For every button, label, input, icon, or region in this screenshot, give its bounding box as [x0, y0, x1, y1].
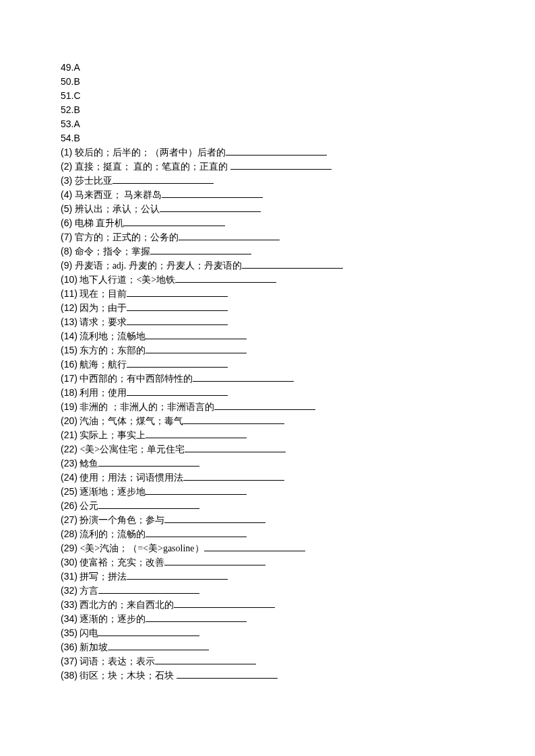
fill-blank — [150, 245, 251, 254]
vocab-text: 因为；由于 — [77, 303, 127, 313]
fill-blank — [242, 259, 343, 269]
vocab-text: <美>汽油；（=<美>gasoline） — [77, 543, 204, 553]
fill-blank — [214, 401, 315, 410]
vocab-text: 利用；使用 — [77, 388, 127, 398]
vocab-text: 汽油；气体；煤气；毒气 — [77, 416, 184, 426]
vocab-text: 官方的；正式的；公务的 — [72, 232, 179, 242]
vocab-number: (23) — [61, 458, 77, 469]
fill-blank — [146, 613, 247, 622]
vocab-text: 实际上；事实上 — [77, 430, 146, 440]
vocab-number: (33) — [61, 599, 77, 610]
vocab-number: (5) — [61, 203, 72, 214]
vocab-number: (8) — [61, 246, 72, 256]
vocab-text: 街区；块；木块；石块 — [77, 671, 177, 681]
vocab-text: 莎士比亚 — [72, 176, 113, 186]
vocab-item: (22) <美>公寓住宅；单元住宅 — [61, 442, 535, 456]
vocab-item: (36) 新加坡 — [61, 640, 535, 654]
vocab-text: 直接；挺直； 直的；笔直的；正直的 — [72, 162, 230, 172]
vocab-item: (17) 中西部的；有中西部特性的 — [61, 372, 535, 386]
vocab-item: (37) 词语；表达；表示 — [61, 654, 535, 668]
vocab-item: (27) 扮演一个角色；参与 — [61, 513, 535, 527]
vocab-number: (18) — [61, 387, 77, 398]
vocab-number: (3) — [61, 175, 72, 186]
fill-blank — [146, 330, 247, 339]
vocab-text: 较后的；后半的；（两者中）后者的 — [72, 147, 226, 158]
vocab-text: 丹麦语；adj. 丹麦的；丹麦人；丹麦语的 — [72, 261, 242, 271]
fill-blank — [127, 358, 228, 368]
vocab-text: 鲶鱼 — [77, 458, 99, 469]
vocab-item: (26) 公元 — [61, 499, 535, 513]
vocab-item: (7) 官方的；正式的；公务的 — [61, 230, 535, 244]
vocab-item: (11) 现在；目前 — [61, 287, 535, 301]
fill-blank — [146, 528, 247, 537]
answer-line: 50.B — [61, 75, 535, 89]
answer-line: 52.B — [61, 103, 535, 117]
vocab-item: (13) 请求；要求 — [61, 315, 535, 329]
vocab-text: 马来西亚； 马来群岛 — [72, 190, 162, 200]
vocab-number: (27) — [61, 514, 77, 525]
vocab-number: (7) — [61, 232, 72, 242]
vocab-text: 现在；目前 — [77, 289, 127, 299]
vocab-item: (10) 地下人行道；<美>地铁 — [61, 273, 535, 287]
answer-line: 53.A — [61, 117, 535, 131]
vocab-text: 流利地；流畅地 — [77, 331, 146, 341]
fill-blank — [108, 641, 209, 650]
vocab-text: 辨认出；承认；公认 — [72, 204, 160, 214]
vocab-text: 逐渐的；逐步的 — [77, 614, 146, 624]
fill-blank — [183, 415, 284, 424]
vocab-number: (11) — [61, 288, 77, 299]
vocab-text: 方言 — [77, 586, 99, 596]
fill-blank — [164, 556, 265, 565]
vocab-item: (1) 较后的；后半的；（两者中）后者的 — [61, 145, 535, 160]
vocab-text: <美>公寓住宅；单元住宅 — [77, 444, 185, 454]
fill-blank — [98, 500, 199, 509]
vocab-text: 电梯 直升机 — [72, 218, 124, 228]
vocab-number: (30) — [61, 557, 77, 568]
vocab-text: 地下人行道；<美>地铁 — [77, 275, 175, 285]
vocab-number: (20) — [61, 415, 77, 426]
vocab-text: 非洲的 ；非洲人的；非洲语言的 — [77, 402, 214, 412]
fill-blank — [155, 655, 256, 664]
vocab-number: (22) — [61, 444, 77, 454]
vocab-text: 使富裕；充实；改善 — [77, 557, 165, 568]
vocab-text: 拼写；拼法 — [77, 572, 127, 582]
fill-blank — [127, 302, 228, 311]
fill-blank — [98, 584, 199, 594]
vocab-text: 请求；要求 — [77, 317, 127, 327]
vocab-item: (12) 因为；由于 — [61, 301, 535, 315]
fill-blank — [146, 485, 247, 495]
vocab-item: (8) 命令；指令；掌握 — [61, 244, 535, 259]
vocab-number: (24) — [61, 472, 77, 483]
vocab-number: (25) — [61, 486, 77, 497]
vocab-text: 扮演一个角色；参与 — [77, 515, 165, 525]
vocab-number: (32) — [61, 585, 77, 596]
vocab-item: (5) 辨认出；承认；公认 — [61, 202, 535, 216]
vocab-number: (17) — [61, 373, 77, 384]
vocab-item: (32) 方言 — [61, 584, 535, 598]
fill-blank — [98, 457, 199, 467]
vocab-text: 公元 — [77, 501, 99, 511]
vocab-item: (23) 鲶鱼 — [61, 456, 535, 471]
vocab-text: 航海；航行 — [77, 359, 127, 370]
vocab-item: (2) 直接；挺直； 直的；笔直的；正直的 — [61, 160, 535, 174]
fill-blank — [177, 669, 278, 679]
vocab-item: (25) 逐渐地；逐步地 — [61, 485, 535, 499]
vocab-number: (15) — [61, 345, 77, 355]
vocab-item: (33) 西北方的；来自西北的 — [61, 598, 535, 612]
vocab-item: (9) 丹麦语；adj. 丹麦的；丹麦人；丹麦语的 — [61, 259, 535, 273]
vocab-item: (30) 使富裕；充实；改善 — [61, 555, 535, 570]
fill-blank — [127, 287, 228, 297]
vocab-number: (2) — [61, 161, 72, 172]
vocab-number: (12) — [61, 302, 77, 313]
fill-blank — [226, 146, 327, 156]
vocab-number: (4) — [61, 189, 72, 200]
fill-blank — [146, 344, 247, 353]
fill-blank — [193, 372, 294, 382]
fill-blank — [230, 160, 332, 170]
vocab-number: (36) — [61, 642, 77, 652]
vocab-item: (6) 电梯 直升机 — [61, 216, 535, 230]
vocab-item: (35) 闪电 — [61, 626, 535, 640]
vocab-text: 使用；用法；词语惯用法 — [77, 473, 184, 483]
fill-blank — [113, 174, 214, 184]
vocab-text: 新加坡 — [77, 642, 108, 652]
